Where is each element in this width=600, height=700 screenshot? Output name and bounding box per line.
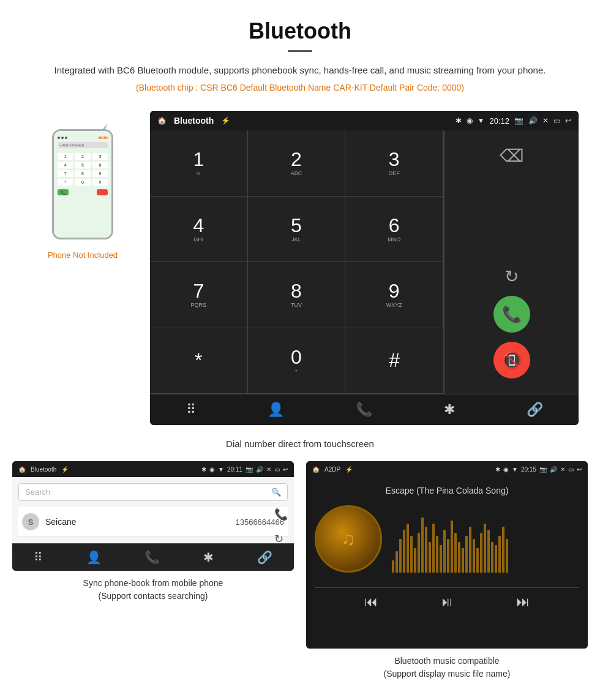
visualizer-bar [421,517,424,573]
phonebook-statusbar: 🏠 Bluetooth ⚡ ✱ ◉ ▼ 20:11 📷 🔊 ✕ ▭ ↩ [12,461,294,477]
visualizer-bar [465,536,468,573]
mu-sig-icon: ▼ [512,466,518,473]
close-icon: ✕ [542,116,549,125]
visualizer-bar [392,560,394,573]
phonebook-caption: Sync phone-book from mobile phone (Suppo… [83,577,223,603]
mu-home-icon: 🏠 [312,466,320,473]
phone-icon[interactable]: 📞 [356,402,372,418]
dial-key-0[interactable]: 0+ [248,328,346,394]
pb-home-icon: 🏠 [18,466,26,473]
dialer-app-name: Bluetooth [174,116,214,126]
visualizer-bar [443,530,446,573]
dial-key-3[interactable]: 3DEF [345,130,443,197]
music-song-title: Escape (The Pina Colada Song) [386,486,509,495]
answer-call-button[interactable]: 📞 [493,296,530,333]
music-visualizer [392,505,579,573]
bluetooth-icon[interactable]: ✱ [444,402,455,418]
visualizer-bar [425,527,427,573]
play-pause-button[interactable]: ⏯ [440,594,454,610]
main-content: ⬓ MOTO + Add to Contacts [0,111,600,680]
dial-key-4[interactable]: 4GHI [150,197,248,263]
mu-time: 20:15 [521,466,536,473]
contact-name: Seicane [45,517,235,527]
visualizer-bar [410,536,413,573]
visualizer-bar [418,533,420,573]
pb-user-icon[interactable]: 👤 [86,550,102,565]
pb-sig-icon: ▼ [218,466,224,473]
pb-screen-icon: ▭ [274,466,280,473]
pb-phone-icon[interactable]: 📞 [144,550,160,565]
pb-call-icon[interactable]: 📞 [274,508,288,521]
visualizer-bar [407,524,409,573]
prev-button[interactable]: ⏮ [364,594,378,610]
next-button[interactable]: ⏭ [516,594,530,610]
reload-button[interactable]: ↻ [504,266,519,287]
visualizer-bar [506,539,508,573]
dial-caption: Dial number direct from touchscreen [226,438,374,449]
pb-cam-icon: 📷 [246,466,253,473]
music-block: 🏠 A2DP ⚡ ✱ ◉ ▼ 20:15 📷 🔊 ✕ ▭ ↩ [306,461,588,680]
dial-key-7[interactable]: 7PQRS [150,262,248,328]
pb-dialpad-icon[interactable]: ⠿ [34,550,43,565]
visualizer-bar [502,527,504,573]
phone-keypad: 1 2 3 4 5 6 7 8 9 * 0 # [58,153,108,186]
phonebook-body: Search 🔍 S Seicane 13566664466 📞 ↻ [12,477,294,543]
visualizer-bar [458,542,460,573]
visualizer-bar [432,524,435,573]
contact-row: S Seicane 13566664466 [18,507,288,537]
page-description: Integrated with BC6 Bluetooth module, su… [37,63,563,78]
pb-bluetooth-icon[interactable]: ✱ [203,550,214,565]
search-placeholder: Search [25,487,50,497]
mu-back-icon: ↩ [577,466,582,473]
dial-key-2[interactable]: 2ABC [248,130,346,197]
mu-bt-icon: ✱ [495,466,500,473]
dialpad-icon[interactable]: ⠿ [186,402,196,418]
dial-key-1[interactable]: 1∞ [150,130,248,197]
top-section: ⬓ MOTO + Add to Contacts [12,111,588,425]
visualizer-bar [495,545,497,573]
contacts-icon[interactable]: 👤 [268,402,284,418]
dial-key-*[interactable]: * [150,328,248,394]
dial-key-9[interactable]: 9WXYZ [345,262,443,328]
phonebook-search[interactable]: Search 🔍 [18,483,288,501]
dial-key-8[interactable]: 8TUV [248,262,346,328]
bottom-screenshots: 🏠 Bluetooth ⚡ ✱ ◉ ▼ 20:11 📷 🔊 ✕ ▭ ↩ [12,461,588,680]
dialer-actions: ⌫ ↻ 📞 📵 [444,130,579,394]
visualizer-bar [447,539,449,573]
page-header: Bluetooth Integrated with BC6 Bluetooth … [0,0,600,111]
album-art: ♫ [315,505,382,573]
phonebook-block: 🏠 Bluetooth ⚡ ✱ ◉ ▼ 20:11 📷 🔊 ✕ ▭ ↩ [12,461,294,680]
music-caption: Bluetooth music compatible (Support disp… [384,655,511,680]
pb-time: 20:11 [227,466,242,473]
visualizer-bar [473,539,475,573]
usb-icon: ⚡ [221,116,230,125]
search-icon: 🔍 [271,487,281,497]
end-call-button[interactable]: 📵 [493,342,530,378]
visualizer-bar [436,536,438,573]
bluetooth-specs: (Bluetooth chip : CSR BC6 Default Blueto… [37,83,563,92]
dial-key-6[interactable]: 6MNO [345,197,443,263]
page-title: Bluetooth [37,18,563,44]
visualizer-bar [396,551,398,573]
dial-key-5[interactable]: 5JKL [248,197,346,263]
pb-link-icon[interactable]: 🔗 [257,550,272,565]
phonebook-frame: 🏠 Bluetooth ⚡ ✱ ◉ ▼ 20:11 📷 🔊 ✕ ▭ ↩ [12,461,294,571]
phone-screen: MOTO + Add to Contacts 1 2 3 4 5 6 7 8 [54,131,111,238]
visualizer-bar [498,536,501,573]
music-controls: ⏮ ⏯ ⏭ [315,587,579,616]
home-icon: 🏠 [157,116,167,125]
pb-back-icon: ↩ [283,466,288,473]
link-icon[interactable]: 🔗 [527,402,543,418]
backspace-button[interactable]: ⌫ [500,146,524,166]
pb-close-icon: ✕ [266,466,271,473]
signal-icon: ▼ [478,116,485,125]
dial-key-#[interactable]: # [345,328,443,394]
visualizer-bar [487,530,490,573]
pb-usb-icon: ⚡ [61,466,69,473]
location-icon: ◉ [467,116,473,125]
mu-app-name: A2DP [324,466,340,473]
pb-sync-icon[interactable]: ↻ [274,532,288,546]
visualizer-bar [484,524,486,573]
camera-icon: 📷 [514,116,523,125]
music-album-area: ♫ [315,505,579,573]
